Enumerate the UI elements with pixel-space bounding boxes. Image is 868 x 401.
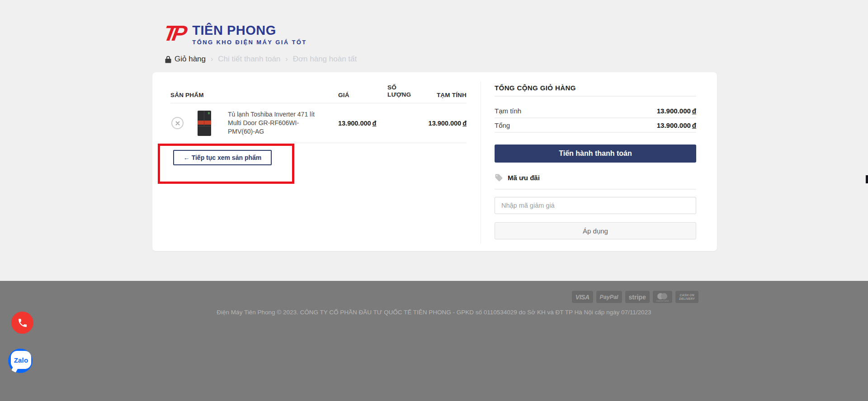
- dong-symbol: đ: [692, 107, 696, 115]
- total-value: 13.900.000đ: [657, 121, 696, 129]
- stripe-icon: stripe: [625, 291, 650, 303]
- paypal-icon: PayPal: [596, 291, 622, 303]
- total-row: Tổng 13.900.000đ: [495, 118, 696, 133]
- vertical-divider: [481, 81, 481, 244]
- logo-tp-monogram: TP: [162, 23, 190, 44]
- subtotal-row: Tạm tính 13.900.000đ: [495, 104, 696, 118]
- breadcrumb: Giỏ hàng › Chi tiết thanh toán › Đơn hàn…: [165, 55, 357, 64]
- divider: [495, 189, 696, 190]
- cart-table-header: SẢN PHẨM GIÁ SỐ LƯỢNG TẠM TÍNH: [170, 81, 467, 103]
- cart-card: SẢN PHẨM GIÁ SỐ LƯỢNG TẠM TÍNH Tủ: [152, 72, 717, 251]
- coupon-title: Mã ưu đãi: [508, 174, 540, 182]
- breadcrumb-step-cart[interactable]: Giỏ hàng: [175, 55, 206, 64]
- header-subtotal: TẠM TÍNH: [426, 92, 467, 98]
- dong-symbol: đ: [462, 120, 467, 127]
- cart-totals-title: TỔNG CỘNG GIỎ HÀNG: [495, 84, 576, 92]
- subtotal-label: Tạm tính: [495, 107, 521, 115]
- cart-item-row: Tủ lạnh Toshiba Inverter 471 lít Multi D…: [170, 103, 467, 143]
- breadcrumb-step-checkout[interactable]: Chi tiết thanh toán: [218, 55, 280, 64]
- breadcrumb-step-complete[interactable]: Đơn hàng hoàn tất: [293, 55, 357, 64]
- cart-totals-panel: TỔNG CỘNG GIỎ HÀNG Tạm tính 13.900.000đ …: [495, 72, 696, 251]
- tag-icon: [495, 173, 503, 182]
- total-label: Tổng: [495, 121, 510, 129]
- phone-icon: [17, 317, 28, 328]
- logo-title: TIÊN PHONG: [192, 24, 307, 37]
- x-icon: [175, 121, 180, 126]
- lock-icon: [165, 56, 171, 63]
- logo-tagline: TỔNG KHO ĐIỆN MÁY GIÁ TỐT: [192, 39, 307, 46]
- subtotal-value: 13.900.000đ: [657, 107, 696, 115]
- scrollbar-thumb[interactable]: [866, 175, 868, 183]
- phone-call-button[interactable]: [11, 312, 33, 334]
- product-thumbnail[interactable]: [198, 111, 211, 136]
- remove-item-button[interactable]: [171, 117, 184, 129]
- header-price: GIÁ: [338, 92, 387, 98]
- header-product: SẢN PHẨM: [170, 92, 338, 98]
- zalo-chat-button[interactable]: Zalo: [8, 349, 33, 373]
- divider: [495, 96, 696, 97]
- footer: VISA PayPal stripe mastercard CASH ON DE…: [0, 281, 868, 401]
- visa-icon: VISA: [572, 291, 593, 303]
- cart-table: SẢN PHẨM GIÁ SỐ LƯỢNG TẠM TÍNH Tủ: [170, 81, 467, 143]
- cart-page: TP TIÊN PHONG TỔNG KHO ĐIỆN MÁY GIÁ TỐT …: [0, 0, 868, 401]
- cash-on-delivery-icon: CASH ON DELIVERY: [675, 291, 698, 303]
- zalo-logo: Zalo: [11, 351, 31, 369]
- apply-coupon-button[interactable]: Áp dụng: [495, 222, 696, 239]
- chevron-right-icon: ›: [211, 55, 213, 63]
- mastercard-icon: mastercard: [653, 291, 673, 303]
- chevron-right-icon: ›: [285, 55, 288, 63]
- dong-symbol: đ: [373, 120, 377, 127]
- item-subtotal: 13.900.000đ: [426, 120, 467, 127]
- payment-methods: VISA PayPal stripe mastercard CASH ON DE…: [572, 291, 698, 303]
- dong-symbol: đ: [692, 121, 696, 129]
- product-title-link[interactable]: Tủ lạnh Toshiba Inverter 471 lít Multi D…: [228, 110, 315, 136]
- coupon-section-header: Mã ưu đãi: [495, 173, 540, 182]
- continue-shopping-button[interactable]: ← Tiếp tục xem sản phẩm: [173, 150, 272, 165]
- product-cell: Tủ lạnh Toshiba Inverter 471 lít Multi D…: [170, 110, 338, 136]
- item-price: 13.900.000đ: [338, 120, 387, 127]
- header-quantity: SỐ LƯỢNG: [387, 84, 415, 98]
- checkout-button[interactable]: Tiến hành thanh toán: [495, 145, 696, 163]
- copyright-text: Điện Máy Tiên Phong © 2023. CÔNG TY CỔ P…: [0, 309, 868, 316]
- site-logo[interactable]: TP TIÊN PHONG TỔNG KHO ĐIỆN MÁY GIÁ TỐT: [164, 23, 307, 46]
- coupon-code-input[interactable]: [495, 197, 696, 214]
